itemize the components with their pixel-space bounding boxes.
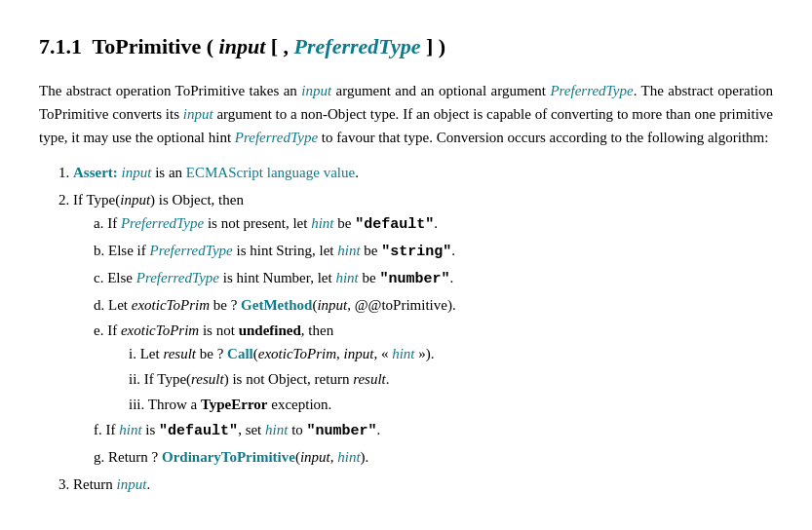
- subsub-label-iii: iii. Throw a TypeError exception.: [129, 397, 331, 412]
- subsub-item-ii: ii. If Type(result) is not Object, retur…: [129, 367, 773, 391]
- sub-sub-list: i. Let result be ? Call(exoticToPrim, in…: [129, 342, 773, 416]
- subsub-i-text: (exoticToPrim, input, « hint »).: [253, 346, 435, 361]
- get-method: GetMethod: [241, 297, 312, 313]
- param-preferred-type: PreferredType: [294, 34, 421, 58]
- sub-label-d: d. Let exoticToPrim be ?: [94, 297, 241, 313]
- call-method: Call: [227, 346, 253, 361]
- list-item-3: 3. Return input.: [58, 473, 773, 496]
- subsub-item-iii: iii. Throw a TypeError exception.: [129, 393, 773, 416]
- sub-label-a: a. If: [94, 215, 121, 231]
- list-label-1: 1.: [58, 165, 73, 180]
- sub-item-d: d. Let exoticToPrim be ? GetMethod(input…: [94, 293, 773, 317]
- sub-d-text: (input, @@toPrimitive).: [312, 297, 455, 313]
- inline-input-2: input: [183, 106, 213, 122]
- subsub-item-i: i. Let result be ? Call(exoticToPrim, in…: [129, 342, 773, 365]
- list-item-2: 2. If Type(input) is Object, then a. If …: [58, 188, 773, 469]
- sub-item-e: e. If exoticToPrim is not undefined, the…: [94, 319, 773, 416]
- sub-item-f: f. If hint is "default", set hint to "nu…: [94, 418, 773, 443]
- subsub-label-ii: ii. If Type(result) is not Object, retur…: [129, 371, 390, 387]
- sub-label-c: c. Else: [94, 270, 136, 285]
- return-dot: .: [146, 476, 150, 492]
- sub-g-text: (input, hint).: [295, 449, 368, 465]
- sub-c-preferred: PreferredType: [136, 270, 219, 285]
- inline-input-1: input: [301, 83, 331, 98]
- sub-a-text: is not present, let hint be "default".: [204, 215, 438, 231]
- sub-c-text: is hint Number, let hint be "number".: [219, 270, 453, 285]
- paragraph-1: The abstract operation ToPrimitive takes…: [39, 79, 773, 149]
- assert-label: Assert:: [73, 165, 118, 180]
- sub-label-g: g. Return ?: [94, 449, 162, 465]
- subsub-label-i: i. Let result be ?: [129, 346, 227, 361]
- ordinary-to-primitive: OrdinaryToPrimitive: [162, 449, 295, 465]
- sub-list: a. If PreferredType is not present, let …: [94, 211, 773, 469]
- sub-label-b: b. Else if: [94, 243, 150, 258]
- sub-b-text: is hint String, let hint be "string".: [233, 243, 455, 258]
- sub-item-c: c. Else PreferredType is hint Number, le…: [94, 266, 773, 291]
- sub-item-b: b. Else if PreferredType is hint String,…: [94, 239, 773, 264]
- algorithm-list: 1. Assert: input is an ECMAScript langua…: [58, 161, 773, 496]
- sub-label-e: e. If exoticToPrim is not undefined, the…: [94, 322, 333, 338]
- return-input: input: [117, 476, 147, 492]
- assert-input: input: [122, 165, 152, 180]
- inline-preferred-type-2: PreferredType: [235, 130, 318, 145]
- sub-b-preferred: PreferredType: [150, 243, 233, 258]
- sub-item-g: g. Return ? OrdinaryToPrimitive(input, h…: [94, 445, 773, 469]
- section-number: 7.1.1: [39, 34, 82, 58]
- inline-preferred-type-1: PreferredType: [550, 83, 633, 98]
- type-suffix: ) is Object, then: [150, 192, 244, 208]
- list-label-3: 3. Return: [58, 476, 117, 492]
- assert-text: is an ECMAScript language value.: [155, 165, 359, 180]
- param-input: input: [219, 34, 266, 58]
- sub-a-preferred: PreferredType: [121, 215, 204, 231]
- list-label-2: 2. If Type(: [58, 192, 120, 208]
- list-item-1: 1. Assert: input is an ECMAScript langua…: [58, 161, 773, 184]
- sub-label-f: f. If hint is "default", set hint to "nu…: [94, 422, 380, 437]
- sub-item-a: a. If PreferredType is not present, let …: [94, 211, 773, 237]
- section-title: 7.1.1 ToPrimitive ( input [ , PreferredT…: [39, 29, 773, 63]
- type-input: input: [120, 192, 150, 208]
